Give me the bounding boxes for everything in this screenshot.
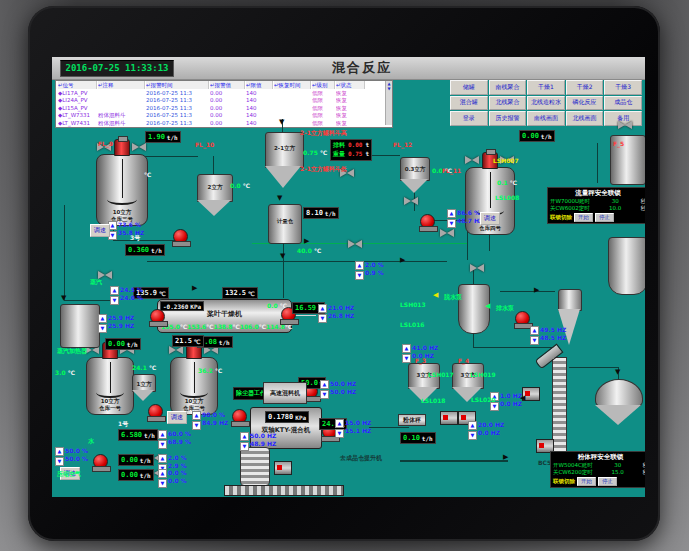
nav-button-历史报警[interactable]: 历史报警 xyxy=(489,111,527,126)
alarm-cell: 140 xyxy=(246,105,273,112)
nav-button-登录[interactable]: 登录 xyxy=(450,111,488,126)
spinner-down[interactable]: ▼ xyxy=(98,324,107,333)
valve-right xyxy=(447,229,454,237)
valve-icon[interactable] xyxy=(348,240,362,248)
nav-button-成品仓[interactable]: 成品仓 xyxy=(604,96,642,111)
pump-icon[interactable] xyxy=(232,409,247,424)
spinner-down[interactable]: ▼ xyxy=(402,354,411,363)
nav-button-干燥1[interactable]: 干燥1 xyxy=(527,80,565,95)
interlock-button-开始[interactable]: 开始 xyxy=(574,213,593,222)
nav-button-干燥2[interactable]: 干燥2 xyxy=(566,80,604,95)
pump-icon[interactable] xyxy=(420,214,435,229)
spinner-up[interactable]: ▲ xyxy=(158,469,167,478)
spinner-up[interactable]: ▲ xyxy=(320,380,329,389)
pump-icon[interactable] xyxy=(93,454,108,469)
alarm-cell: 恢复 xyxy=(336,97,383,104)
spinner-up[interactable]: ▲ xyxy=(402,344,411,353)
valve-icon[interactable] xyxy=(470,264,484,272)
valve-icon[interactable] xyxy=(404,197,418,205)
nav-button-磷化反应[interactable]: 磷化反应 xyxy=(566,96,604,111)
spinner-down[interactable]: ▼ xyxy=(490,402,499,411)
title-bar: 2016-07-25 11:33:13 混合反应 xyxy=(52,57,645,80)
valve-icon[interactable] xyxy=(440,229,454,237)
spinner-down[interactable]: ▼ xyxy=(468,431,477,440)
spinner-up[interactable]: ▲ xyxy=(355,261,364,270)
spinner-up[interactable]: ▲ xyxy=(158,430,167,439)
spinner-up[interactable]: ▲ xyxy=(110,286,119,295)
spinner-up[interactable]: ▲ xyxy=(468,421,477,430)
spinner-down[interactable]: ▼ xyxy=(530,336,539,345)
alarm-row[interactable]: ◆LT_W7331粉体混料斗2016-07-25 11:30.00140低限恢复 xyxy=(56,112,384,119)
pair-value-1: 73.6 % xyxy=(118,221,144,229)
alarm-header-6[interactable]: ↵级别 xyxy=(312,81,335,89)
spinner-down[interactable]: ▼ xyxy=(110,296,119,305)
nav-button-干燥3[interactable]: 干燥3 xyxy=(604,80,642,95)
spinner-down[interactable]: ▼ xyxy=(447,219,456,228)
spinner-buttons: ▲▼ xyxy=(530,326,539,345)
pump-icon[interactable] xyxy=(515,311,530,326)
pump-icon[interactable] xyxy=(150,309,165,324)
alarm-row[interactable]: ◆LI17A_PV2016-07-25 11:30.00140低限恢复 xyxy=(56,90,384,97)
alarm-header-2[interactable]: ↵报警时间 xyxy=(146,81,209,89)
spinner-up[interactable]: ▲ xyxy=(98,314,107,323)
flow-arrow: ◀ xyxy=(520,395,525,402)
nav-button-混合罐[interactable]: 混合罐 xyxy=(450,96,488,111)
nav-button-南线聚合[interactable]: 南线聚合 xyxy=(489,80,527,95)
alarm-header-4[interactable]: ↵限值 xyxy=(246,81,273,89)
nav-button-北线造粒水[interactable]: 北线造粒水 xyxy=(527,96,565,111)
alarm-cell: 2016-07-25 11:3 xyxy=(146,97,209,104)
spinner-down[interactable]: ▼ xyxy=(158,479,167,488)
tank-top-valve-icon[interactable] xyxy=(169,346,183,354)
nav-button-储罐[interactable]: 储罐 xyxy=(450,80,488,95)
alarm-header-7[interactable]: ↵状态 xyxy=(336,81,365,89)
spinner-down[interactable]: ▼ xyxy=(55,457,64,466)
spinner-down[interactable]: ▼ xyxy=(158,440,167,449)
speed-adjust-button[interactable]: 调速 xyxy=(480,212,500,225)
flow-arrow: ▶ xyxy=(304,238,309,245)
nav-button-南线画面[interactable]: 南线画面 xyxy=(527,111,565,126)
spinner-up[interactable]: ▲ xyxy=(158,454,167,463)
valve-left xyxy=(169,346,176,354)
interlock-button-停止[interactable]: 停止 xyxy=(598,477,617,486)
interlock-button-停止[interactable]: 停止 xyxy=(595,213,614,222)
tank-top-valve-icon[interactable] xyxy=(465,156,479,164)
motor-icon[interactable] xyxy=(274,461,292,475)
alarm-row[interactable]: ◆LI24A_PV2016-07-25 11:30.00140低限恢复 xyxy=(56,97,384,104)
spinner-up[interactable]: ▲ xyxy=(240,432,249,441)
spinner-down[interactable]: ▼ xyxy=(318,314,327,323)
alarm-row[interactable]: ◆LI15A_PV2016-07-25 11:30.00140低限恢复 xyxy=(56,105,384,112)
spinner-down[interactable]: ▼ xyxy=(320,390,329,399)
interlock-button-开始[interactable]: 开始 xyxy=(577,477,596,486)
alarm-header-3[interactable]: ↵报警值 xyxy=(210,81,245,89)
pump-icon[interactable] xyxy=(173,229,188,244)
alarm-row[interactable]: ◆LT_W7431粉体混料斗2016-07-25 11:30.00140低限恢复 xyxy=(56,120,384,127)
spinner-down[interactable]: ▼ xyxy=(355,271,364,280)
spinner-down[interactable]: ▼ xyxy=(192,421,201,430)
pump-icon[interactable] xyxy=(148,404,163,419)
belt-conveyor[interactable] xyxy=(224,485,344,496)
speed-adjust-button[interactable]: 调速 xyxy=(90,224,110,237)
speed-adjust-button[interactable]: 调速 xyxy=(167,411,187,424)
spinner-down[interactable]: ▼ xyxy=(335,429,344,438)
alarm-table[interactable]: ▲▼ ↵位号↵注释↵报警时间↵报警值↵限值↵恢复时间↵级别↵状态◆LI17A_P… xyxy=(55,80,393,128)
alarm-cell: ◆LT_W7331 xyxy=(58,112,97,119)
spinner-up[interactable]: ▲ xyxy=(55,447,64,456)
weight-unit: t xyxy=(365,150,369,159)
alarm-header-5[interactable]: ↵恢复时间 xyxy=(274,81,311,89)
spinner-up[interactable]: ▲ xyxy=(335,419,344,428)
spinner-up[interactable]: ▲ xyxy=(192,411,201,420)
spinner-up[interactable]: ▲ xyxy=(318,304,327,313)
nav-button-北线聚合[interactable]: 北线聚合 xyxy=(489,96,527,111)
dryer-zone-temp: 106.0℃ xyxy=(240,323,266,330)
spinner-up[interactable]: ▲ xyxy=(447,209,456,218)
alarm-header-0[interactable]: ↵位号 xyxy=(58,81,97,89)
spinner-down[interactable]: ▼ xyxy=(240,442,249,451)
alarm-scrollbar[interactable]: ▲▼ xyxy=(385,81,392,125)
motor-icon[interactable] xyxy=(440,411,458,425)
spinner-up[interactable]: ▲ xyxy=(530,326,539,335)
tank-top-valve-icon[interactable] xyxy=(132,143,146,151)
alarm-header-1[interactable]: ↵注释 xyxy=(98,81,145,89)
valve-icon[interactable] xyxy=(618,121,632,129)
nav-button-北线画面[interactable]: 北线画面 xyxy=(566,111,604,126)
hopper-cone xyxy=(400,179,428,193)
